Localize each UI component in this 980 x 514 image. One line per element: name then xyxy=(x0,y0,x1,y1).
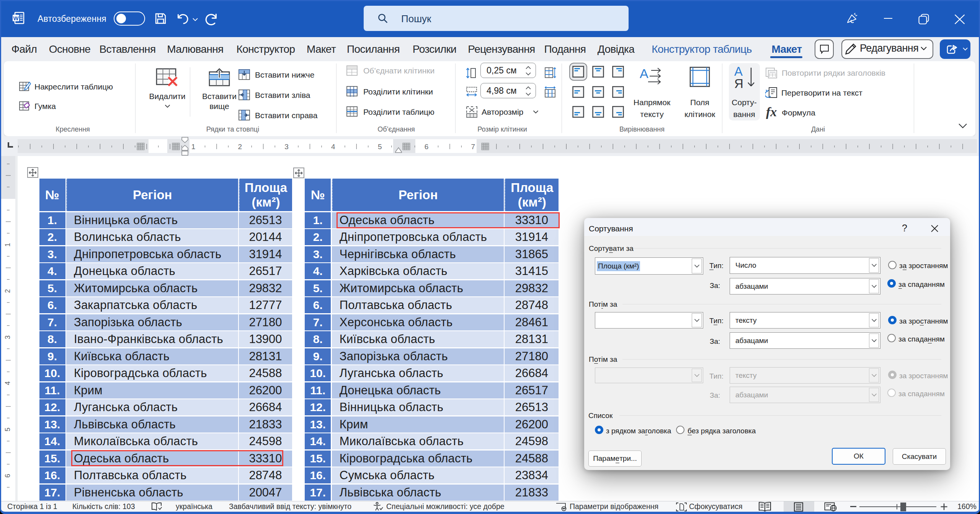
svg-text:A: A xyxy=(640,67,648,81)
svg-text:2: 2 xyxy=(4,289,11,293)
svg-text:5: 5 xyxy=(4,428,11,431)
svg-text:5: 5 xyxy=(378,143,382,151)
svg-text:6: 6 xyxy=(425,143,429,151)
svg-text:1: 1 xyxy=(4,243,11,247)
svg-text:3: 3 xyxy=(284,143,289,151)
svg-text:3: 3 xyxy=(4,335,11,339)
svg-text:W: W xyxy=(13,15,19,21)
svg-text:7: 7 xyxy=(471,143,475,151)
svg-text:4: 4 xyxy=(331,143,335,151)
svg-text:4: 4 xyxy=(4,381,11,385)
svg-text:6: 6 xyxy=(4,474,11,478)
svg-text:2: 2 xyxy=(238,143,242,151)
svg-text:1: 1 xyxy=(191,143,196,151)
